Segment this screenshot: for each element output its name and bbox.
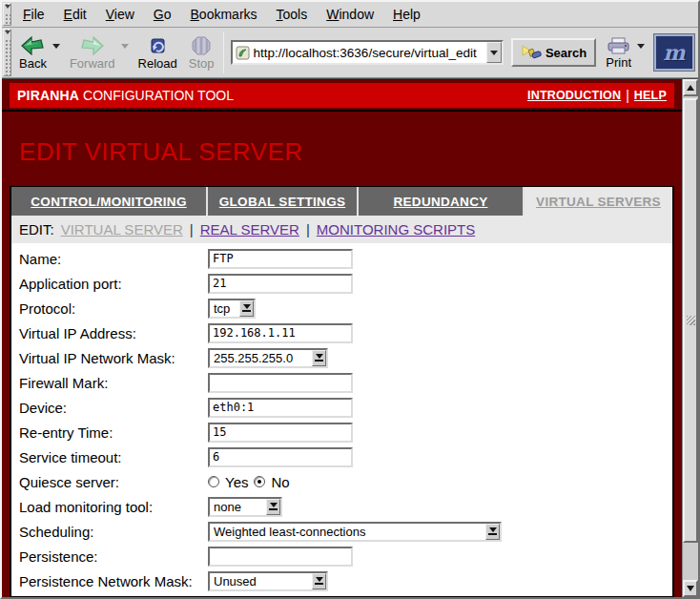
scroll-up-button[interactable] [683,79,698,96]
tab-control-monitoring[interactable]: CONTROL/MONITORING [11,187,206,216]
reentry-time-label: Re-entry Time: [19,424,208,441]
reload-icon [146,36,169,55]
dropdown-arrow-icon[interactable] [312,350,326,366]
virtual-ip-mask-value: 255.255.255.0 [210,351,312,365]
vertical-scrollbar[interactable] [682,79,698,597]
scroll-down-icon [687,586,694,591]
search-icon [521,45,542,60]
forward-button[interactable]: Forward [64,30,121,75]
form-row-vip: Virtual IP Address: [11,320,672,345]
subnav-prefix: EDIT: [19,221,54,238]
protocol-select[interactable]: tcp [208,299,256,319]
firewall-mark-label: Firewall Mark: [19,375,208,391]
form-row-port: Application port: [11,271,672,296]
quiesce-server-label: Quiesce server: [19,474,208,490]
persistence-mask-select[interactable]: Unused [208,571,328,591]
brand-rest: CONFIGURATION TOOL [83,88,234,103]
device-input[interactable] [208,398,353,418]
service-timeout-input[interactable] [208,447,353,467]
back-icon [21,36,44,55]
application-port-input[interactable] [208,274,353,294]
protocol-label: Protocol: [19,300,208,317]
reload-button[interactable]: Reload [133,30,183,75]
persistence-label: Persistence: [19,548,208,565]
print-button[interactable]: Print [600,30,637,75]
config-panel: CONTROL/MONITORING GLOBAL SETTINGS REDUN… [10,186,674,597]
mozilla-logo[interactable]: m [654,34,694,71]
stop-label: Stop [189,56,215,71]
menu-edit[interactable]: Edit [54,3,96,26]
menu-go[interactable]: Go [144,3,181,26]
url-dropdown-button[interactable] [486,42,502,63]
tab-virtual-servers[interactable]: VIRTUAL SERVERS [525,187,672,216]
help-link[interactable]: HELP [634,89,667,102]
quiesce-radio-group: Yes No [208,474,290,490]
stop-button[interactable]: Stop [183,30,220,75]
forward-dropdown-arrow[interactable] [121,44,129,49]
quiesce-no-radio[interactable] [254,476,265,487]
persistence-mask-value: Unused [210,574,312,589]
device-label: Device: [19,400,208,416]
page-proxy-icon[interactable] [236,46,250,60]
url-input[interactable] [254,43,486,62]
form-row-firewall-mark: Firewall Mark: [11,370,672,395]
form-row-persistence-mask: Persistence Network Mask: Unused [11,568,672,593]
brand-strong: PIRANHA [17,88,79,103]
back-button[interactable]: Back [13,30,52,75]
print-icon [607,37,631,54]
virtual-ip-mask-select[interactable]: 255.255.255.0 [208,348,328,368]
scheduling-value: Weighted least-connections [210,525,485,539]
header-link-separator: | [626,88,629,103]
search-button[interactable]: Search [511,38,596,67]
subnav-monitoring-scripts-link[interactable]: MONITORING SCRIPTS [317,221,475,238]
menu-tools[interactable]: Tools [267,3,318,26]
tab-redundancy[interactable]: REDUNDANCY [359,187,523,216]
load-monitoring-tool-select[interactable]: none [208,497,282,517]
virtual-server-form: Name: Application port: Protocol: tcp [11,243,672,593]
print-label: Print [606,55,631,70]
tab-global-settings[interactable]: GLOBAL SETTINGS [208,187,357,216]
tab-bar: CONTROL/MONITORING GLOBAL SETTINGS REDUN… [11,187,672,216]
menu-window[interactable]: Window [317,3,383,26]
menubar-grippy-handle[interactable] [3,3,11,26]
form-row-quiesce: Quiesce server: Yes No [11,469,672,494]
subnav-separator: | [190,221,194,238]
menu-help[interactable]: Help [383,3,430,26]
firewall-mark-input[interactable] [208,373,353,393]
virtual-ip-input[interactable] [208,323,353,343]
menu-view[interactable]: View [96,3,144,26]
form-row-name: Name: [11,246,672,271]
introduction-link[interactable]: INTRODUCTION [527,89,621,102]
reentry-time-input[interactable] [208,423,353,443]
application-port-label: Application port: [19,276,208,292]
toolbar-grippy-handle[interactable] [3,29,11,76]
subnav-virtual-server-link[interactable]: VIRTUAL SERVER [61,221,183,238]
scrollbar-thumb[interactable] [683,98,698,543]
form-row-scheduling: Scheduling: Weighted least-connections [11,519,672,544]
back-dropdown-arrow[interactable] [52,44,60,49]
persistence-mask-label: Persistence Network Mask: [19,573,208,589]
menu-file[interactable]: File [13,3,54,26]
virtual-ip-mask-label: Virtual IP Network Mask: [19,350,208,366]
dropdown-arrow-icon[interactable] [239,300,254,317]
dropdown-arrow-icon[interactable] [312,573,326,589]
dropdown-arrow-icon[interactable] [266,499,280,515]
navigation-toolbar: Back Forward Reload [2,28,698,78]
menu-bookmarks[interactable]: Bookmarks [181,3,267,26]
quiesce-yes-radio[interactable] [208,476,219,487]
back-label: Back [19,56,47,71]
print-dropdown-arrow[interactable] [637,44,645,49]
dropdown-arrow-icon[interactable] [485,524,500,540]
persistence-input[interactable] [208,547,353,567]
quiesce-yes-label: Yes [225,474,248,490]
scheduling-select[interactable]: Weighted least-connections [208,522,502,542]
reload-label: Reload [138,56,177,71]
subnav-separator: | [306,221,310,238]
forward-icon [81,36,104,55]
load-monitoring-tool-label: Load monitoring tool: [19,499,208,515]
scroll-down-button[interactable] [683,580,698,597]
name-input[interactable] [208,249,353,269]
piranha-header-bar: PIRANHA CONFIGURATION TOOL INTRODUCTION … [10,83,674,108]
scheduling-label: Scheduling: [19,524,208,540]
subnav-real-server-link[interactable]: REAL SERVER [200,221,299,238]
